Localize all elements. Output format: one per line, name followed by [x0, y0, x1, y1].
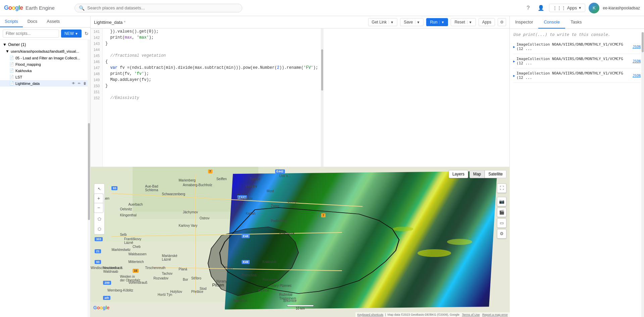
line-num-151: 151: [93, 89, 100, 95]
camera-tool[interactable]: 📷: [497, 197, 506, 206]
map-type-controls: Layers Map Satellite: [449, 170, 506, 178]
line-num-146: 146: [93, 59, 100, 65]
draw-shape-tool[interactable]: ⬠: [95, 215, 104, 223]
file-label-05: 05 - Load and Filter an Image Collecti..…: [15, 56, 80, 60]
file-label-lighttime: Lighttime_data: [15, 82, 40, 86]
line-numbers: 141 142 143 144 145 146 147 148 149 150 …: [91, 29, 103, 167]
collection-item-3[interactable]: ▶ ImageCollection NOAA/VIIRS/DNB/MONTHLY…: [513, 68, 641, 83]
line-num-142: 142: [93, 35, 100, 41]
draw-cursor-tool[interactable]: ↖: [95, 184, 104, 193]
tab-scripts[interactable]: Scripts: [0, 16, 23, 27]
reset-button[interactable]: Reset ▼: [451, 18, 476, 26]
line-num-150: 150: [93, 83, 100, 89]
json-link-3[interactable]: JSON: [633, 74, 641, 77]
user-avatar[interactable]: K: [589, 3, 599, 13]
file-tree-container: ▼ Owner (1) ▼ users/kiarashpooladsaz/lan…: [0, 40, 90, 317]
json-link-2[interactable]: JSON: [633, 59, 641, 63]
map-type-satellite[interactable]: Satellite: [485, 170, 506, 178]
zoom-out-button[interactable]: −: [94, 203, 103, 212]
tree-file-flood[interactable]: 📄 Flood_mapping: [0, 61, 90, 67]
settings-button[interactable]: ⚙: [498, 18, 506, 26]
filter-scripts-input[interactable]: [3, 30, 59, 38]
earth-engine-logo-text: Earth Engine: [26, 5, 55, 11]
highway-e48: E48: [242, 234, 250, 238]
highway-303: 303: [95, 237, 102, 241]
json-link-1[interactable]: JSON: [633, 45, 641, 49]
collection-item-2[interactable]: ▶ ImageCollection NOAA/VIIRS/DNB/MONTHLY…: [513, 54, 641, 68]
reset-label: Reset: [454, 20, 465, 24]
settings-map-tool[interactable]: ⚙: [497, 229, 506, 239]
tree-file-lighttime[interactable]: 📄 Lighttime_data 👁 ✏ 🗑: [0, 80, 90, 87]
google-map-logo: Google: [93, 305, 109, 310]
highway-e442-badge: E442: [275, 169, 285, 173]
collection-item-1[interactable]: ▶ ImageCollection NOAA/VIIRS/DNB/MONTHLY…: [513, 40, 641, 54]
save-button[interactable]: Save ▼: [400, 18, 424, 26]
tab-docs[interactable]: Docs: [23, 16, 42, 27]
apps-button[interactable]: ⋮⋮⋮ Apps ▼: [549, 4, 586, 12]
main-layout: Scripts Docs Assets NEW ▼ ↻ ▼ Owner (1): [0, 16, 644, 317]
expand-arrow-2[interactable]: ▶: [513, 59, 515, 63]
left-panel-scrollbar[interactable]: [88, 40, 90, 317]
file-action-edit[interactable]: ✏: [77, 81, 82, 86]
save-label: Save: [404, 20, 413, 24]
file-label-flood: Flood_mapping: [15, 62, 41, 66]
tab-tasks[interactable]: Tasks: [565, 16, 587, 29]
right-panel-scrollbar[interactable]: [641, 32, 644, 317]
map-type-map[interactable]: Map: [469, 170, 485, 178]
help-icon[interactable]: ?: [524, 3, 533, 13]
tab-assets[interactable]: Assets: [42, 16, 64, 27]
right-panel: Inspector Console Tasks Use print(...) t…: [510, 16, 644, 317]
terms-link[interactable]: Terms of Use: [462, 313, 480, 316]
tree-file-lst[interactable]: 📄 LST: [0, 74, 90, 80]
report-error-link[interactable]: Report a map error: [482, 313, 508, 316]
apps-dropdown-icon: ▼: [578, 6, 582, 10]
tree-user-folder[interactable]: ▼ users/kiarashpooladsaz/landsat8_visual…: [0, 48, 90, 55]
scale-label: 10 km: [296, 307, 305, 310]
file-icon-flood: 📄: [9, 62, 14, 66]
code-line-146: {: [105, 59, 318, 65]
new-script-button[interactable]: NEW ▼: [61, 30, 82, 38]
user-folder-arrow: ▼: [5, 49, 9, 54]
code-editor: 141 142 143 144 145 146 147 148 149 150 …: [91, 29, 509, 167]
account-icon[interactable]: 👤: [536, 3, 546, 13]
owner-folder-label: Owner (1): [8, 42, 26, 47]
layers-button[interactable]: Layers: [449, 170, 468, 178]
line-num-147: 147: [93, 65, 100, 71]
refresh-button[interactable]: ↻: [84, 30, 90, 37]
code-title: Lighttime_data *: [94, 20, 365, 25]
road-a7: [195, 174, 196, 295]
zoom-in-button[interactable]: +: [94, 194, 103, 203]
file-action-view[interactable]: 👁: [71, 81, 76, 86]
tab-inspector[interactable]: Inspector: [510, 16, 538, 29]
run-button[interactable]: Run ▼: [426, 18, 448, 26]
get-link-button[interactable]: Get Link ▼: [368, 18, 398, 26]
zoom-out-icon: −: [97, 205, 100, 210]
highway-93: 93: [111, 186, 117, 190]
code-content[interactable]: }).values().get(0)); print(max, 'max'); …: [103, 29, 321, 167]
video-tool[interactable]: 🎬: [497, 208, 506, 217]
tree-owner-folder[interactable]: ▼ Owner (1): [0, 41, 90, 48]
expand-arrow-3[interactable]: ▶: [513, 74, 515, 77]
get-link-arrow: ▼: [389, 20, 394, 24]
tab-console[interactable]: Console: [538, 16, 565, 29]
fullscreen-button[interactable]: ⛶: [497, 183, 506, 193]
line-num-144: 144: [93, 47, 100, 53]
draw-marker-tool[interactable]: ⬡: [95, 225, 104, 233]
code-scrollbar[interactable]: [321, 29, 324, 167]
search-input[interactable]: [87, 5, 238, 10]
keyboard-shortcuts-link[interactable]: Keyboard shortcuts: [357, 313, 384, 316]
expand-arrow-1[interactable]: ▶: [513, 45, 515, 49]
left-scrollbar-thumb: [88, 123, 90, 220]
layer-tool[interactable]: ▭: [497, 218, 506, 228]
apps-toolbar-button[interactable]: Apps: [479, 18, 495, 26]
map-area[interactable]: ↖ ✋ ╱ ⬠ ⬡ + − Layers: [91, 167, 510, 317]
code-scrollbar-thumb: [321, 49, 323, 91]
file-icon-kakhovka: 📄: [9, 68, 14, 73]
highway-15: 15: [133, 269, 139, 273]
code-filename: Lighttime_data: [94, 20, 122, 25]
tree-file-05[interactable]: 📄 05 - Load and Filter an Image Collecti…: [0, 55, 90, 61]
file-action-delete[interactable]: 🗑: [82, 81, 88, 86]
line-num-148: 148: [93, 71, 100, 77]
tree-file-kakhovka[interactable]: 📄 Kakhovka: [0, 67, 90, 74]
collection-name-3: ImageCollection NOAA/VIIRS/DNB/MONTHLY_V…: [516, 71, 629, 80]
